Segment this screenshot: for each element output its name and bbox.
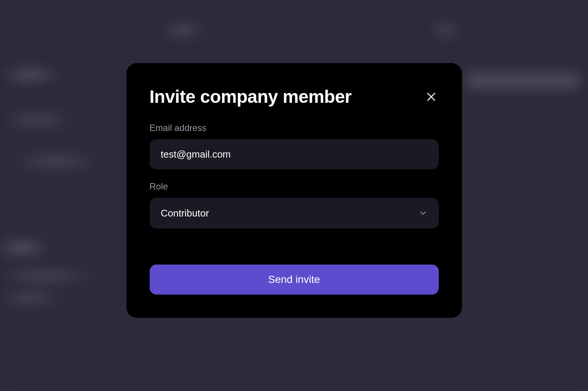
role-selected-value: Contributor [161,208,209,219]
invite-member-modal: Invite company member Email address Role… [126,63,462,318]
role-form-group: Role Contributor [150,181,439,229]
modal-overlay: Invite company member Email address Role… [0,0,588,391]
close-button[interactable] [424,89,439,104]
role-label: Role [150,181,439,192]
email-form-group: Email address [150,123,439,169]
email-label: Email address [150,123,439,133]
send-invite-button[interactable]: Send invite [150,265,439,295]
modal-title: Invite company member [150,86,352,107]
email-input[interactable] [150,139,439,169]
role-select[interactable]: Contributor [150,198,439,229]
modal-header: Invite company member [150,86,439,107]
chevron-down-icon [418,209,428,218]
close-icon [425,91,437,103]
